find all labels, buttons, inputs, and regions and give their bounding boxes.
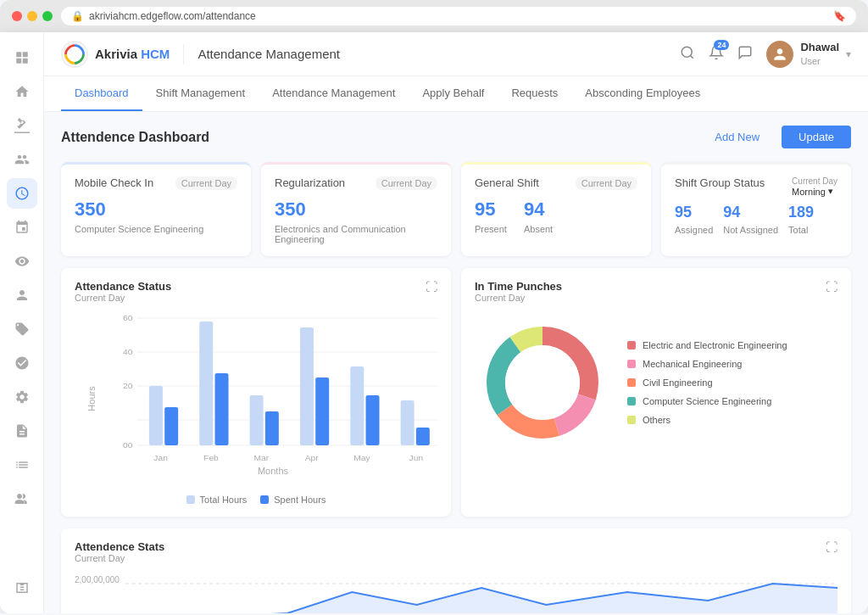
shift-group-day: Current Day bbox=[792, 176, 837, 186]
general-shift-present-lbl: Present bbox=[475, 224, 507, 234]
svg-point-4 bbox=[64, 43, 86, 64]
svg-rect-15 bbox=[149, 386, 163, 445]
sidebar-icon-home[interactable] bbox=[7, 76, 37, 107]
legend-spent-label: Spent Hours bbox=[274, 495, 326, 505]
general-shift-badge: Current Day bbox=[576, 176, 637, 190]
svg-rect-23 bbox=[350, 366, 364, 445]
legend-total-label: Total Hours bbox=[200, 495, 248, 505]
notification-bell[interactable]: 24 bbox=[709, 45, 724, 63]
svg-text:Mar: Mar bbox=[253, 454, 269, 462]
svg-rect-2 bbox=[16, 59, 21, 64]
regularization-sub: Electronics and Communication Engineerin… bbox=[275, 224, 437, 244]
bookmark-icon[interactable]: 🔖 bbox=[833, 10, 846, 22]
sidebar-icon-clock[interactable] bbox=[7, 178, 37, 209]
svg-rect-24 bbox=[366, 395, 380, 445]
sidebar-icon-eye[interactable] bbox=[7, 246, 37, 277]
page-title: Attendance Management bbox=[198, 47, 340, 61]
area-chart-svg bbox=[125, 575, 837, 613]
svg-text:Jan: Jan bbox=[153, 454, 168, 462]
stats-title: Attendence Stats bbox=[75, 540, 164, 553]
sidebar bbox=[0, 32, 44, 613]
tab-absconding-employees[interactable]: Absconding Employees bbox=[571, 76, 714, 111]
svg-rect-1 bbox=[22, 52, 27, 57]
attendance-chart-title: Attendance Status bbox=[75, 280, 171, 293]
shift-total-val: 189 bbox=[788, 204, 814, 221]
shift-period-select[interactable]: Morning ▾ bbox=[792, 186, 837, 197]
lock-icon: 🔒 bbox=[71, 10, 84, 22]
sidebar-icon-settings[interactable] bbox=[7, 382, 37, 412]
svg-rect-26 bbox=[416, 428, 430, 445]
sidebar-icon-group[interactable] bbox=[7, 348, 37, 378]
tab-attendance-management[interactable]: Attendance Management bbox=[259, 76, 409, 111]
add-new-button[interactable]: Add New bbox=[701, 126, 773, 148]
legend-label-electric: Electric and Electronic Engineering bbox=[643, 340, 787, 350]
tab-apply-behalf[interactable]: Apply Behalf bbox=[409, 76, 498, 111]
legend-dot-cs bbox=[627, 397, 636, 405]
stats-y-label: 2,00,00,000 bbox=[75, 575, 120, 584]
legend-item-civil: Civil Engineering bbox=[627, 377, 787, 388]
legend-label-cs: Computer Science Engineering bbox=[643, 396, 771, 406]
search-icon[interactable] bbox=[680, 45, 695, 63]
sidebar-icon-grid[interactable] bbox=[7, 42, 37, 73]
sidebar-icon-users[interactable] bbox=[7, 144, 37, 175]
user-name: Dhawal bbox=[800, 41, 839, 55]
user-info: Dhawal User bbox=[800, 41, 839, 67]
attendance-chart-subtitle: Current Day bbox=[75, 293, 171, 303]
legend-item-others: Others bbox=[627, 415, 787, 425]
regularization-value: 350 bbox=[275, 198, 437, 221]
svg-rect-17 bbox=[199, 321, 213, 445]
svg-rect-16 bbox=[164, 407, 178, 445]
punches-expand-icon[interactable]: ⛶ bbox=[826, 280, 837, 294]
sidebar-icon-tag[interactable] bbox=[7, 314, 37, 344]
legend-total-dot bbox=[186, 495, 195, 504]
chat-icon[interactable] bbox=[737, 45, 753, 63]
sidebar-icon-people[interactable] bbox=[7, 484, 37, 514]
attendance-expand-icon[interactable]: ⛶ bbox=[426, 280, 437, 294]
tab-shift-management[interactable]: Shift Management bbox=[142, 76, 259, 111]
legend-item-electric: Electric and Electronic Engineering bbox=[627, 340, 787, 350]
regularization-badge: Current Day bbox=[376, 176, 437, 190]
donut-area: Electric and Electronic Engineering Mech… bbox=[475, 306, 837, 459]
charts-row: Attendance Status Current Day ⛶ Hours bbox=[61, 268, 851, 517]
attendance-status-chart: Attendance Status Current Day ⛶ Hours bbox=[61, 268, 451, 517]
page-content: Attendence Dashboard Add New Update Mobi… bbox=[44, 112, 868, 613]
svg-rect-22 bbox=[315, 377, 329, 445]
legend-label-others: Others bbox=[643, 415, 670, 425]
legend-item-mechanical: Mechanical Engineering bbox=[627, 359, 787, 369]
address-bar[interactable]: 🔒 akriviahcm.edgeflow.com/attendance 🔖 bbox=[61, 7, 856, 25]
chevron-icon: ▾ bbox=[828, 186, 833, 197]
minimize-dot[interactable] bbox=[27, 11, 37, 21]
punches-chart-title: In Time Punches bbox=[475, 280, 562, 293]
svg-text:Apr: Apr bbox=[305, 454, 320, 462]
stats-expand-icon[interactable]: ⛶ bbox=[826, 540, 837, 554]
sidebar-icon-person[interactable] bbox=[7, 280, 37, 310]
nav-tabs: Dashboard Shift Management Attendance Ma… bbox=[44, 76, 868, 112]
tab-dashboard[interactable]: Dashboard bbox=[61, 76, 142, 111]
general-shift-card: General Shift Current Day 95 Present 94 … bbox=[461, 162, 651, 256]
svg-text:Jun: Jun bbox=[409, 454, 424, 462]
chevron-down-icon: ▾ bbox=[846, 48, 851, 60]
close-dot[interactable] bbox=[12, 11, 22, 21]
sidebar-icon-calendar[interactable] bbox=[7, 212, 37, 243]
mobile-checkin-badge: Current Day bbox=[175, 176, 237, 190]
cards-row: Mobile Check In Current Day 350 Computer… bbox=[61, 162, 851, 256]
shift-not-assigned-lbl: Not Assigned bbox=[723, 225, 778, 235]
sidebar-icon-list[interactable] bbox=[7, 450, 37, 480]
legend-dot-electric bbox=[627, 341, 636, 349]
regularization-card: Regularization Current Day 350 Electroni… bbox=[261, 162, 451, 256]
y-axis-label: Hours bbox=[86, 386, 97, 411]
user-profile[interactable]: Dhawal User ▾ bbox=[766, 41, 851, 68]
shift-assigned-val: 95 bbox=[675, 204, 713, 221]
sidebar-icon-file[interactable] bbox=[7, 416, 37, 446]
mobile-checkin-title: Mobile Check In bbox=[75, 176, 153, 189]
notification-badge: 24 bbox=[714, 40, 729, 50]
sidebar-icon-share[interactable] bbox=[7, 573, 37, 603]
logo-area: Akrivia HCM bbox=[61, 41, 170, 68]
tab-requests[interactable]: Requests bbox=[498, 76, 571, 111]
svg-text:Feb: Feb bbox=[203, 454, 219, 462]
shift-assigned-lbl: Assigned bbox=[675, 225, 713, 235]
maximize-dot[interactable] bbox=[42, 11, 53, 21]
update-button[interactable]: Update bbox=[782, 126, 851, 148]
shift-total-lbl: Total bbox=[788, 225, 814, 235]
sidebar-icon-chart[interactable] bbox=[7, 110, 37, 141]
